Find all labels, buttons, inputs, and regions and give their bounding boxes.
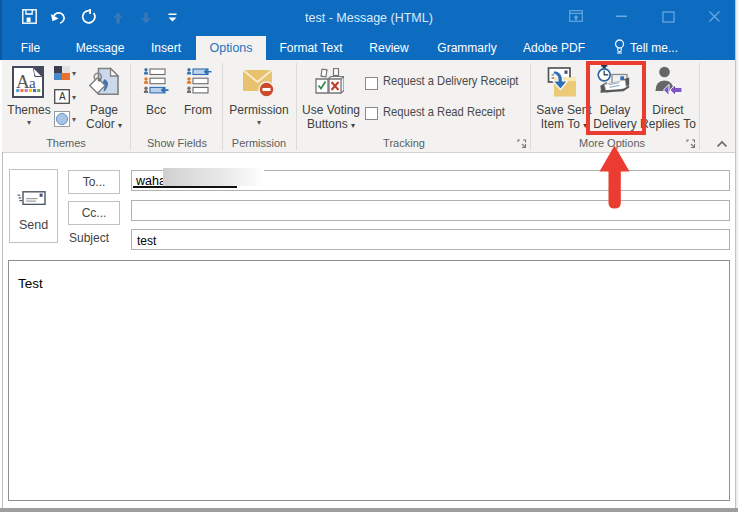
- svg-text:a: a: [29, 75, 36, 91]
- svg-text:A: A: [16, 71, 30, 92]
- svg-text:A: A: [59, 91, 66, 102]
